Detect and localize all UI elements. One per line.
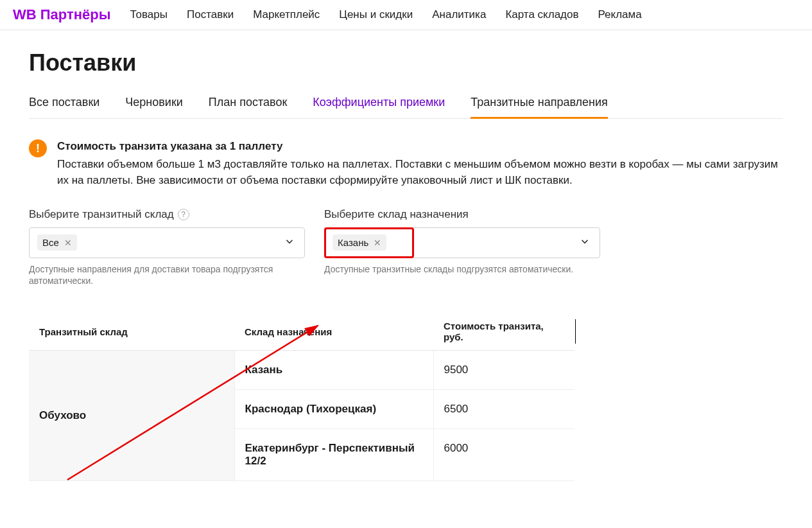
- cell-destination: Краснодар (Тихорецкая): [234, 390, 433, 429]
- exclamation-icon: !: [29, 139, 47, 157]
- transit-chip-label: Все: [42, 237, 59, 248]
- nav-item-warehouse-map[interactable]: Карта складов: [505, 8, 578, 21]
- destination-chip: Казань ✕: [333, 234, 386, 251]
- filter-destination: Выберите склад назначения Казань ✕ Досту…: [324, 208, 600, 288]
- chevron-down-icon: [284, 236, 295, 250]
- transit-table: Транзитный склад Склад назначения Стоимо…: [29, 313, 574, 481]
- tab-all-supplies[interactable]: Все поставки: [29, 96, 99, 119]
- tab-plan[interactable]: План поставок: [209, 96, 287, 119]
- nav-item-prices[interactable]: Цены и скидки: [339, 8, 413, 21]
- close-icon[interactable]: ✕: [374, 238, 381, 248]
- nav-item-ads[interactable]: Реклама: [598, 8, 642, 21]
- filters-row: Выберите транзитный склад ? Все ✕ Доступ…: [29, 208, 783, 288]
- notice-text: Поставки объемом больше 1 м3 доставляйте…: [57, 156, 783, 189]
- filter-transit: Выберите транзитный склад ? Все ✕ Доступ…: [29, 208, 305, 288]
- th-destination: Склад назначения: [234, 313, 433, 351]
- nav-item-analytics[interactable]: Аналитика: [432, 8, 486, 21]
- close-icon[interactable]: ✕: [64, 238, 72, 248]
- filter-transit-hint: Доступные направления для доставки товар…: [29, 263, 305, 288]
- cell-transit-group: Обухово: [29, 351, 234, 481]
- th-cost: Стоимость транзита, руб.: [433, 313, 574, 351]
- notice-title: Стоимость транзита указана за 1 паллету: [57, 138, 783, 155]
- nav-item-products[interactable]: Товары: [130, 8, 168, 21]
- text-cursor: [575, 319, 576, 344]
- top-nav: WB Партнёры Товары Поставки Маркетплейс …: [0, 0, 812, 30]
- cell-cost: 6000: [433, 429, 574, 481]
- cell-cost: 6500: [433, 390, 574, 429]
- th-transit: Транзитный склад: [29, 313, 234, 351]
- notice-body: Стоимость транзита указана за 1 паллету …: [57, 138, 783, 189]
- brand-logo[interactable]: WB Партнёры: [13, 6, 111, 23]
- help-icon[interactable]: ?: [178, 209, 189, 220]
- tab-transit-directions[interactable]: Транзитные направления: [471, 96, 608, 119]
- tab-drafts[interactable]: Черновики: [125, 96, 183, 119]
- cell-destination: Екатеринбург - Перспективный 12/2: [234, 429, 433, 481]
- main-content: Поставки Все поставки Черновики План пос…: [0, 30, 812, 500]
- table-row: Обухово Казань 9500: [29, 351, 574, 390]
- nav-item-supplies[interactable]: Поставки: [187, 8, 234, 21]
- transit-chip: Все ✕: [37, 234, 77, 251]
- filter-destination-label: Выберите склад назначения: [324, 208, 600, 221]
- filter-destination-hint: Доступные транзитные склады подгрузятся …: [324, 263, 600, 276]
- chevron-down-icon: [579, 236, 591, 250]
- cell-cost: 9500: [433, 351, 574, 390]
- filter-transit-label: Выберите транзитный склад ?: [29, 208, 305, 221]
- cell-destination: Казань: [234, 351, 433, 390]
- tab-coefficients[interactable]: Коэффициенты приемки: [313, 96, 445, 119]
- destination-chip-label: Казань: [338, 237, 368, 248]
- notice-banner: ! Стоимость транзита указана за 1 паллет…: [29, 138, 783, 189]
- transit-select[interactable]: Все ✕: [29, 227, 305, 258]
- tabs: Все поставки Черновики План поставок Коэ…: [29, 96, 783, 119]
- nav-item-marketplace[interactable]: Маркетплейс: [253, 8, 320, 21]
- page-title: Поставки: [29, 49, 783, 76]
- destination-chip-highlight[interactable]: Казань ✕: [324, 227, 414, 258]
